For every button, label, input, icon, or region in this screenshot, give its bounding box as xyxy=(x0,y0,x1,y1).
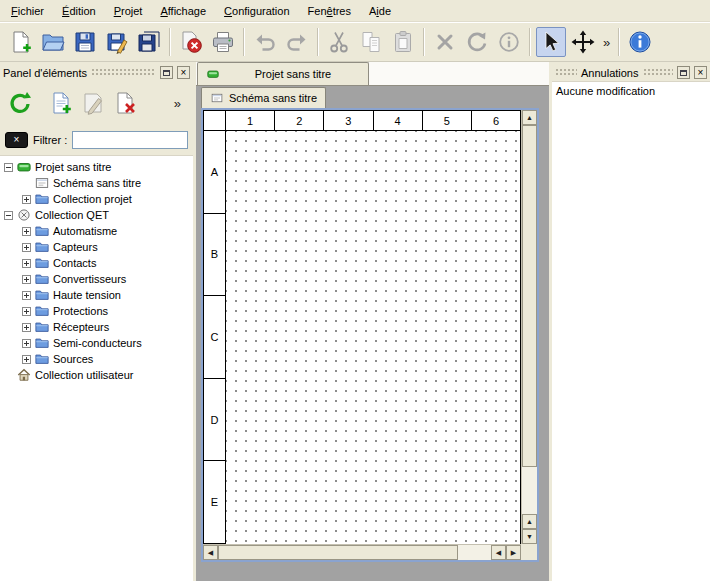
open-project-button[interactable] xyxy=(38,27,68,57)
vertical-scroll-thumb[interactable] xyxy=(522,125,537,467)
close-dock-button[interactable] xyxy=(177,66,190,79)
open-folder-icon xyxy=(41,30,65,54)
tree-item-label: Haute tension xyxy=(53,289,121,301)
column-header-6: 6 xyxy=(472,111,520,130)
tree-item-schema-sans-titre[interactable]: Schéma sans titre xyxy=(0,175,193,191)
diagram-canvas[interactable] xyxy=(226,131,520,544)
tree-item-convertisseurs[interactable]: Convertisseurs xyxy=(0,271,193,287)
menu-aide[interactable]: Aide xyxy=(360,0,400,21)
menu-fenetres[interactable]: Fenêtres xyxy=(299,0,360,21)
new-element-button[interactable] xyxy=(46,88,76,118)
paste-icon xyxy=(391,30,415,54)
delete-element-button[interactable] xyxy=(110,88,140,118)
filter-input[interactable] xyxy=(72,131,188,149)
close-document-icon xyxy=(179,30,203,54)
project-icon xyxy=(206,68,220,80)
menu-affichage[interactable]: Affichage xyxy=(151,0,215,21)
close-dock-button[interactable] xyxy=(694,66,707,79)
save-all-button[interactable] xyxy=(134,27,164,57)
float-dock-button[interactable] xyxy=(160,66,173,79)
column-header-5: 5 xyxy=(423,111,472,130)
tree-item-collection-projet[interactable]: Collection projet xyxy=(0,191,193,207)
tree-expander-plus[interactable] xyxy=(22,195,31,204)
copy-icon xyxy=(359,30,383,54)
tree-item-protections[interactable]: Protections xyxy=(0,303,193,319)
toolbar-separator xyxy=(423,28,425,56)
column-header-3: 3 xyxy=(324,111,373,130)
save-as-button[interactable] xyxy=(102,27,132,57)
selection-mode-button[interactable] xyxy=(536,27,566,57)
tree-item-contacts[interactable]: Contacts xyxy=(0,255,193,271)
tree-expander-plus[interactable] xyxy=(22,291,31,300)
float-dock-button[interactable] xyxy=(677,66,690,79)
new-document-button[interactable] xyxy=(6,27,36,57)
elements-dock: Panel d'éléments » Filtrer : Projet sans… xyxy=(0,62,193,581)
scroll-left-button[interactable] xyxy=(491,545,506,560)
horizontal-scroll-track[interactable] xyxy=(218,545,491,560)
tree-item-label: Sources xyxy=(53,353,93,365)
tree-item-recepteurs[interactable]: Récepteurs xyxy=(0,319,193,335)
cut-button xyxy=(324,27,354,57)
tree-expander-plus[interactable] xyxy=(22,355,31,364)
project-tab-projet-sans-titre[interactable]: Projet sans titre xyxy=(197,62,369,85)
menu-configuration[interactable]: Configuration xyxy=(215,0,298,21)
tree-expander-minus[interactable] xyxy=(4,211,13,220)
tree-expander-plus[interactable] xyxy=(22,259,31,268)
tree-expander-plus[interactable] xyxy=(22,227,31,236)
tree-item-automatisme[interactable]: Automatisme xyxy=(0,223,193,239)
folder-icon xyxy=(35,336,49,350)
tree-item-label: Schéma sans titre xyxy=(53,177,141,189)
save-button[interactable] xyxy=(70,27,100,57)
scroll-down-button[interactable] xyxy=(522,529,537,544)
scroll-left-button[interactable] xyxy=(203,545,218,560)
elements-toolbar-overflow-button[interactable]: » xyxy=(174,96,181,111)
undo-empty-message: Aucune modification xyxy=(556,85,655,97)
horizontal-scroll-thumb[interactable] xyxy=(218,545,458,560)
column-header-4: 4 xyxy=(374,111,423,130)
menu-edition[interactable]: Édition xyxy=(53,0,105,21)
delete-selection-button xyxy=(430,27,460,57)
tree-item-haute-tension[interactable]: Haute tension xyxy=(0,287,193,303)
reload-icon xyxy=(8,91,32,115)
schema-icon xyxy=(35,176,49,190)
tree-item-collection-qet[interactable]: Collection QET xyxy=(0,207,193,223)
tree-expander-plus[interactable] xyxy=(22,323,31,332)
dock-drag-handle[interactable] xyxy=(643,68,674,77)
menu-fichier[interactable]: Fichier xyxy=(2,0,53,21)
dock-drag-handle[interactable] xyxy=(555,68,577,77)
tree-item-projet-sans-titre[interactable]: Projet sans titre xyxy=(0,159,193,175)
tree-expander-plus[interactable] xyxy=(22,243,31,252)
undo-icon xyxy=(253,30,277,54)
menu-projet[interactable]: Projet xyxy=(105,0,152,21)
dock-drag-handle[interactable] xyxy=(91,68,156,77)
tree-expander-plus[interactable] xyxy=(22,307,31,316)
reload-collections-button[interactable] xyxy=(5,88,35,118)
column-header-2: 2 xyxy=(275,111,324,130)
folder-icon xyxy=(35,320,49,334)
vertical-scroll-track[interactable] xyxy=(522,125,537,514)
row-header-c: C xyxy=(204,296,225,379)
tree-expander-plus[interactable] xyxy=(22,275,31,284)
home-icon xyxy=(17,368,31,382)
tree-item-collection-utilisateur[interactable]: Collection utilisateur xyxy=(0,367,193,383)
elements-toolbar: » xyxy=(0,81,193,125)
toolbar-overflow-button[interactable]: » xyxy=(599,35,614,50)
about-button[interactable] xyxy=(625,27,655,57)
scroll-right-button[interactable] xyxy=(506,545,521,560)
tree-item-label: Récepteurs xyxy=(53,321,109,333)
tree-expander-plus[interactable] xyxy=(22,339,31,348)
close-project-button[interactable] xyxy=(176,27,206,57)
redo-icon xyxy=(285,30,309,54)
tree-expander-minus[interactable] xyxy=(4,163,13,172)
scroll-up-button[interactable] xyxy=(522,110,537,125)
elements-tree: Projet sans titreSchéma sans titreCollec… xyxy=(0,155,193,581)
print-button[interactable] xyxy=(208,27,238,57)
tree-item-semi-conducteurs[interactable]: Semi-conducteurs xyxy=(0,335,193,351)
tree-item-sources[interactable]: Sources xyxy=(0,351,193,367)
clear-filter-button[interactable] xyxy=(5,132,28,148)
tree-item-capteurs[interactable]: Capteurs xyxy=(0,239,193,255)
pan-mode-button[interactable] xyxy=(568,27,598,57)
schema-icon xyxy=(210,92,224,104)
schema-tab-schema-sans-titre[interactable]: Schéma sans titre xyxy=(201,87,326,108)
scroll-up-button[interactable] xyxy=(522,514,537,529)
